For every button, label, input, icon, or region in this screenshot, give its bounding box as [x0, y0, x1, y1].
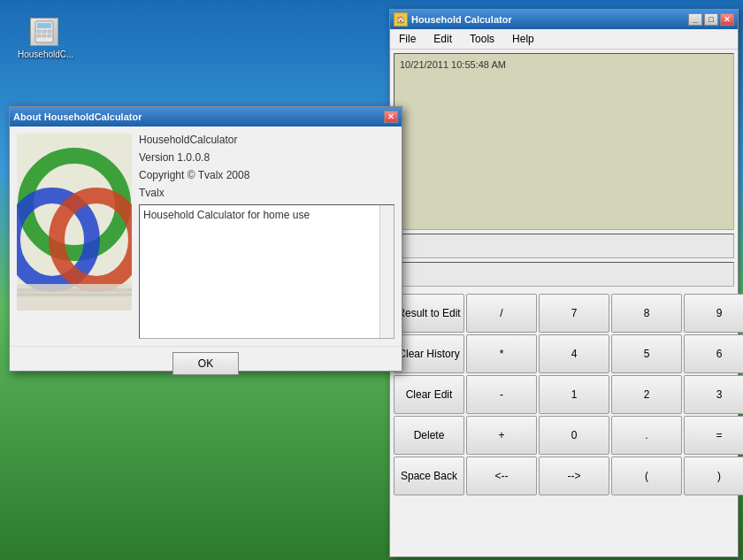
calc-input-top[interactable] — [394, 234, 734, 258]
four-button[interactable]: 4 — [539, 334, 609, 373]
calculator-window: 🏠 Household Calculator _ □ ✕ File Edit T… — [389, 9, 739, 557]
equals-button[interactable]: = — [684, 416, 743, 455]
zero-button[interactable]: 0 — [539, 416, 609, 455]
about-title-text: About HouseholdCalculator — [13, 111, 384, 122]
left-arrow-button[interactable]: <-- — [466, 456, 537, 495]
svg-rect-5 — [37, 35, 41, 37]
open-paren-button[interactable]: ( — [611, 456, 682, 495]
svg-rect-7 — [48, 35, 51, 37]
svg-rect-15 — [17, 293, 132, 296]
close-paren-button[interactable]: ) — [684, 456, 743, 495]
svg-rect-14 — [17, 288, 132, 292]
delete-button[interactable]: Delete — [394, 416, 464, 455]
clear-edit-button[interactable]: Clear Edit — [394, 375, 464, 414]
right-arrow-button[interactable]: --> — [539, 456, 609, 495]
svg-rect-4 — [48, 30, 51, 33]
about-description-box: Household Calculator for home use — [139, 204, 394, 339]
about-description-text: Household Calculator for home use — [143, 209, 310, 221]
about-content: HouseholdCalculator Version 1.0.0.8 Copy… — [10, 127, 402, 346]
desktop-icon[interactable]: HouseholdC... — [18, 18, 71, 59]
svg-rect-3 — [42, 30, 46, 33]
decimal-button[interactable]: . — [611, 416, 682, 455]
add-button[interactable]: + — [466, 416, 537, 455]
nine-button[interactable]: 9 — [684, 294, 743, 333]
close-button[interactable]: ✕ — [720, 13, 734, 26]
svg-rect-2 — [37, 30, 41, 33]
three-button[interactable]: 3 — [684, 375, 743, 414]
minimize-button[interactable]: _ — [688, 13, 702, 26]
calc-title-icon: 🏠 — [394, 12, 408, 27]
menu-help[interactable]: Help — [507, 31, 540, 47]
description-scrollbar[interactable] — [379, 205, 394, 338]
calc-history-display: 10/21/2011 10:55:48 AM — [394, 53, 734, 230]
maximize-button[interactable]: □ — [704, 13, 718, 26]
result-to-edit-button[interactable]: Result to Edit — [394, 294, 464, 333]
about-ok-button[interactable]: OK — [172, 352, 239, 375]
svg-rect-13 — [17, 284, 132, 311]
one-button[interactable]: 1 — [539, 375, 609, 414]
calc-title-text: Household Calculator — [411, 14, 685, 25]
desktop-icon-image — [30, 18, 58, 46]
calc-button-grid: Result to Edit / 7 8 9 Clear History * 4… — [390, 290, 738, 540]
about-footer: OK — [10, 346, 402, 380]
about-version: Version 1.0.0.8 — [139, 151, 394, 164]
about-dialog: About HouseholdCalculator ✕ — [9, 106, 402, 372]
seven-button[interactable]: 7 — [539, 294, 609, 333]
space-back-button[interactable]: Space Back — [394, 456, 464, 495]
about-app-name: HouseholdCalculator — [139, 134, 394, 146]
clear-history-button[interactable]: Clear History — [394, 334, 464, 373]
about-author: Tvalx — [139, 187, 394, 199]
eight-button[interactable]: 8 — [611, 294, 682, 333]
menu-tools[interactable]: Tools — [464, 31, 500, 47]
two-button[interactable]: 2 — [611, 375, 682, 414]
svg-rect-6 — [42, 35, 46, 37]
desktop: HouseholdC... 🏠 Household Calculator _ □… — [0, 0, 743, 560]
about-titlebar: About HouseholdCalculator ✕ — [10, 107, 402, 127]
calc-input-bottom[interactable] — [394, 262, 734, 287]
menu-edit[interactable]: Edit — [428, 31, 457, 47]
calc-titlebar: 🏠 Household Calculator _ □ ✕ — [390, 10, 738, 29]
calc-datetime: 10/21/2011 10:55:48 AM — [398, 58, 730, 72]
desktop-icon-label: HouseholdC... — [18, 50, 71, 59]
divide-button[interactable]: / — [466, 294, 537, 333]
window-controls: _ □ ✕ — [688, 13, 734, 26]
multiply-button[interactable]: * — [466, 334, 537, 373]
menu-bar: File Edit Tools Help — [390, 29, 738, 50]
about-info-panel: HouseholdCalculator Version 1.0.0.8 Copy… — [139, 134, 394, 339]
menu-file[interactable]: File — [394, 31, 421, 47]
subtract-button[interactable]: - — [466, 375, 537, 414]
about-close-button[interactable]: ✕ — [384, 111, 398, 123]
svg-rect-1 — [37, 23, 51, 28]
five-button[interactable]: 5 — [611, 334, 682, 373]
six-button[interactable]: 6 — [684, 334, 743, 373]
about-copyright: Copyright © Tvalx 2008 — [139, 169, 394, 181]
about-logo — [17, 134, 132, 311]
